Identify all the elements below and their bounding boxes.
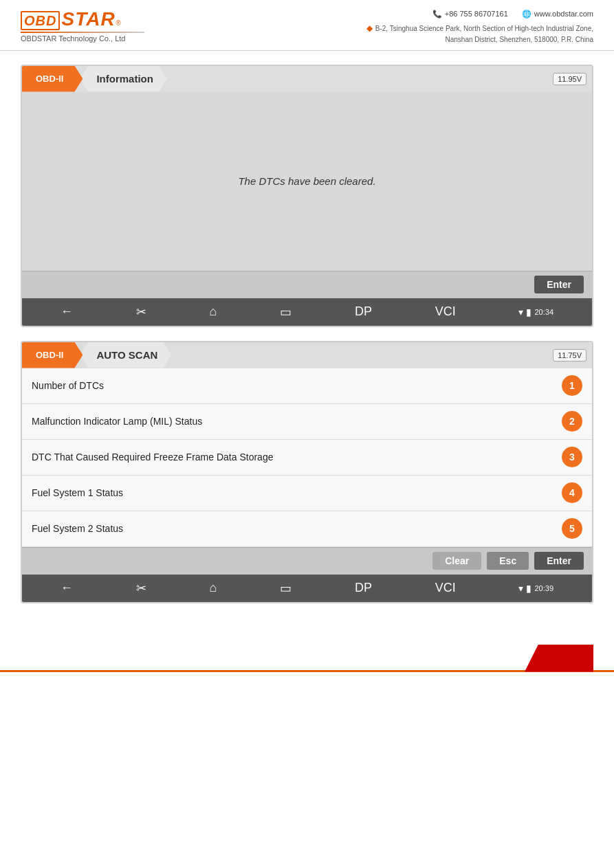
website-info: 🌐 www.obdstar.com <box>522 8 593 21</box>
footer-shape <box>525 645 593 672</box>
list-item[interactable]: Fuel System 1 Status 4 <box>22 476 592 511</box>
time-display-1: 20:34 <box>534 308 553 316</box>
battery-icon-1: ▮ <box>526 307 531 318</box>
esc-button[interactable]: Esc <box>487 552 529 570</box>
footer <box>0 645 614 686</box>
screen1-nav-bar: ← ✂ ⌂ ▭ DP VCI ▾ ▮ 20:34 <box>22 298 592 326</box>
screen2: OBD-II AUTO SCAN 11.75V Number of DTCs 1… <box>21 341 593 603</box>
list-item-text: Fuel System 1 Status <box>32 487 123 498</box>
tab-obd-2[interactable]: OBD-II <box>22 342 83 368</box>
copy-icon-2[interactable]: ▭ <box>280 581 292 596</box>
address-icon: ◆ <box>366 23 375 33</box>
dtc-cleared-message: The DTCs have been cleared. <box>238 175 375 187</box>
list-item-badge: 2 <box>562 411 582 432</box>
list-item[interactable]: Fuel System 2 Status 5 <box>22 511 592 547</box>
list-item[interactable]: Malfunction Indicator Lamp (MIL) Status … <box>22 404 592 440</box>
logo-divider <box>21 32 144 33</box>
enter-button-2[interactable]: Enter <box>534 552 584 570</box>
dp-label-1[interactable]: DP <box>355 304 372 319</box>
list-item[interactable]: Number of DTCs 1 <box>22 368 592 404</box>
scissors-icon-1[interactable]: ✂ <box>136 304 146 320</box>
footer-line <box>0 670 614 672</box>
list-item-text: DTC That Caused Required Freeze Frame Da… <box>32 452 273 463</box>
list-item-badge: 5 <box>562 518 582 539</box>
globe-icon: 🌐 <box>522 8 531 21</box>
wifi-icon-2: ▾ <box>518 583 523 594</box>
screen1: OBD-II Information 11.95V The DTCs have … <box>21 65 593 327</box>
list-item-text: Number of DTCs <box>32 380 104 391</box>
voltage-display-1: 11.95V <box>553 73 586 85</box>
scissors-icon-2[interactable]: ✂ <box>136 581 146 596</box>
time-display-2: 20:39 <box>534 584 553 592</box>
list-item-badge: 1 <box>562 375 582 396</box>
logo-area: OBDSTAR ® OBDSTAR Technology Co., Ltd <box>21 8 144 43</box>
list-item-badge: 3 <box>562 447 582 467</box>
copy-icon-1[interactable]: ▭ <box>280 304 292 320</box>
screen2-nav-bar: ← ✂ ⌂ ▭ DP VCI ▾ ▮ 20:39 <box>22 575 592 602</box>
page-header: OBDSTAR ® OBDSTAR Technology Co., Ltd 📞 … <box>0 0 614 51</box>
phone-icon: 📞 <box>432 8 442 21</box>
back-icon-2[interactable]: ← <box>61 581 73 595</box>
tab-information[interactable]: Information <box>80 66 167 92</box>
screen1-content: The DTCs have been cleared. <box>22 92 592 271</box>
home-icon-1[interactable]: ⌂ <box>209 304 217 319</box>
list-item-badge: 4 <box>562 482 582 503</box>
tab-obd-1[interactable]: OBD-II <box>22 66 83 92</box>
screen2-list: Number of DTCs 1 Malfunction Indicator L… <box>22 368 592 547</box>
logo-reg: ® <box>116 19 121 27</box>
header-contact-info: 📞 +86 755 86707161 🌐 www.obdstar.com ◆ B… <box>366 8 593 45</box>
clear-button[interactable]: Clear <box>432 552 481 570</box>
battery-icon-2: ▮ <box>526 583 531 594</box>
list-item[interactable]: DTC That Caused Required Freeze Frame Da… <box>22 440 592 476</box>
back-icon-1[interactable]: ← <box>61 304 73 319</box>
screen1-tab-bar: OBD-II Information 11.95V <box>22 66 592 92</box>
company-name: OBDSTAR Technology Co., Ltd <box>21 34 125 43</box>
nav-status-1: ▾ ▮ 20:34 <box>518 307 553 318</box>
vci-label-1[interactable]: VCI <box>435 304 456 319</box>
enter-button-1[interactable]: Enter <box>534 276 584 293</box>
screen1-action-bar: Enter <box>22 271 592 298</box>
phone-info: 📞 +86 755 86707161 <box>432 8 508 21</box>
list-item-text: Fuel System 2 Status <box>32 523 123 534</box>
nav-status-2: ▾ ▮ 20:39 <box>518 583 553 594</box>
wifi-icon-1: ▾ <box>518 307 523 318</box>
screen2-tab-bar: OBD-II AUTO SCAN 11.75V <box>22 342 592 368</box>
logo-text: OBDSTAR <box>21 8 116 30</box>
home-icon-2[interactable]: ⌂ <box>209 581 217 595</box>
vci-label-2[interactable]: VCI <box>435 581 456 595</box>
tab-autoscan[interactable]: AUTO SCAN <box>80 342 171 368</box>
screen2-action-bar: Clear Esc Enter <box>22 547 592 575</box>
dp-label-2[interactable]: DP <box>355 581 372 595</box>
address: ◆ B-2, Tsinghua Science Park, North Sect… <box>366 22 593 45</box>
list-item-text: Malfunction Indicator Lamp (MIL) Status <box>32 416 202 427</box>
voltage-display-2: 11.75V <box>553 349 586 361</box>
